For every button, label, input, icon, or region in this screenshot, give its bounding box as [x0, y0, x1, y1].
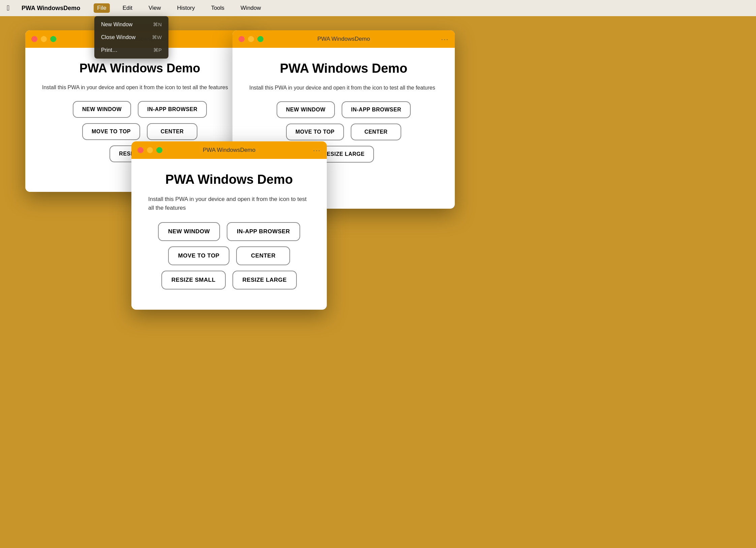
- print-shortcut: ⌘P: [153, 47, 162, 53]
- btn-new-window-3[interactable]: NEW WINDOW: [158, 222, 220, 241]
- new-window-shortcut: ⌘N: [153, 22, 162, 28]
- apple-menu-icon[interactable]: : [7, 4, 9, 12]
- btn-row-3-2: MOVE TO TOP CENTER: [168, 246, 290, 265]
- window-title-2: PWA WindowsDemo: [317, 36, 370, 42]
- btn-center-2[interactable]: CENTER: [351, 124, 401, 140]
- window-heading-2: PWA Windows Demo: [249, 61, 438, 76]
- window-heading-1: PWA Windows Demo: [42, 61, 238, 75]
- window-controls-2: [239, 36, 263, 42]
- menu-file[interactable]: File: [94, 3, 109, 13]
- menu-view[interactable]: View: [145, 3, 164, 13]
- new-window-label: New Window: [101, 22, 132, 28]
- btn-row-3-3: RESIZE SMALL RESIZE LARGE: [161, 271, 297, 289]
- btn-resize-small-3[interactable]: RESIZE SMALL: [161, 271, 226, 289]
- close-button-3[interactable]: [137, 147, 144, 153]
- print-label: Print…: [101, 47, 118, 53]
- close-window-label: Close Window: [101, 34, 135, 40]
- menu-history[interactable]: History: [174, 3, 198, 13]
- button-grid-3: NEW WINDOW IN-APP BROWSER MOVE TO TOP CE…: [148, 222, 310, 289]
- maximize-button-3[interactable]: [156, 147, 162, 153]
- maximize-button-1[interactable]: [50, 36, 56, 42]
- maximize-button-2[interactable]: [257, 36, 263, 42]
- titlebar-2: PWA WindowsDemo ···: [232, 30, 455, 48]
- window-content-3: PWA Windows Demo Install this PWA in you…: [131, 159, 327, 306]
- pwa-window-3: PWA WindowsDemo ··· PWA Windows Demo Ins…: [131, 141, 327, 310]
- window-title-3: PWA WindowsDemo: [203, 147, 255, 153]
- menu-item-new-window[interactable]: New Window ⌘N: [94, 18, 168, 31]
- window-heading-3: PWA Windows Demo: [148, 172, 310, 187]
- minimize-button-1[interactable]: [41, 36, 47, 42]
- minimize-button-3[interactable]: [147, 147, 153, 153]
- btn-move-top-1[interactable]: MOVE TO TOP: [82, 123, 140, 140]
- window-menu-2[interactable]: ···: [441, 35, 449, 43]
- window-description-1: Install this PWA in your device and open…: [42, 83, 238, 92]
- btn-inapp-browser-2[interactable]: IN-APP BROWSER: [342, 101, 411, 118]
- btn-move-top-3[interactable]: MOVE TO TOP: [168, 246, 230, 265]
- menu-window[interactable]: Window: [237, 3, 264, 13]
- menu-edit[interactable]: Edit: [119, 3, 136, 13]
- window-description-3: Install this PWA in your device and open…: [148, 195, 310, 212]
- btn-center-3[interactable]: CENTER: [236, 246, 290, 265]
- menubar:  PWA WindowsDemo File Edit View History…: [0, 0, 756, 16]
- close-window-shortcut: ⌘W: [152, 34, 162, 40]
- btn-row-1-2: MOVE TO TOP CENTER: [82, 123, 197, 140]
- btn-row-1-1: NEW WINDOW IN-APP BROWSER: [73, 101, 207, 118]
- btn-row-3-1: NEW WINDOW IN-APP BROWSER: [158, 222, 300, 241]
- btn-row-2-2: MOVE TO TOP CENTER: [286, 124, 401, 140]
- window-controls-1: [31, 36, 56, 42]
- menu-item-close-window[interactable]: Close Window ⌘W: [94, 31, 168, 44]
- btn-inapp-browser-1[interactable]: IN-APP BROWSER: [138, 101, 207, 118]
- btn-center-1[interactable]: CENTER: [147, 123, 197, 140]
- btn-row-2-1: NEW WINDOW IN-APP BROWSER: [277, 101, 411, 118]
- minimize-button-2[interactable]: [248, 36, 254, 42]
- close-button-1[interactable]: [31, 36, 37, 42]
- btn-move-top-2[interactable]: MOVE TO TOP: [286, 124, 344, 140]
- file-dropdown-menu: New Window ⌘N Close Window ⌘W Print… ⌘P: [94, 16, 168, 59]
- btn-new-window-2[interactable]: NEW WINDOW: [277, 101, 335, 118]
- window-description-2: Install this PWA in your device and open…: [249, 84, 438, 92]
- close-button-2[interactable]: [239, 36, 245, 42]
- titlebar-3: PWA WindowsDemo ···: [131, 141, 327, 159]
- btn-new-window-1[interactable]: NEW WINDOW: [73, 101, 131, 118]
- btn-inapp-browser-3[interactable]: IN-APP BROWSER: [227, 222, 300, 241]
- app-name: PWA WindowsDemo: [22, 5, 80, 12]
- menu-item-print[interactable]: Print… ⌘P: [94, 44, 168, 57]
- window-menu-3[interactable]: ···: [313, 146, 321, 154]
- menu-tools[interactable]: Tools: [208, 3, 228, 13]
- btn-resize-large-3[interactable]: RESIZE LARGE: [232, 271, 297, 289]
- window-controls-3: [137, 147, 162, 153]
